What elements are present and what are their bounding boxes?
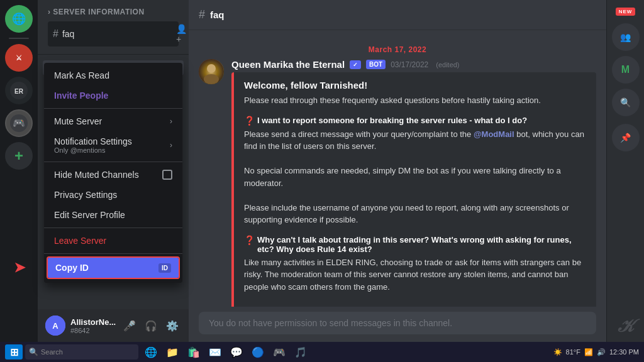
taskbar-app-mail[interactable]: ✉️ xyxy=(205,343,225,361)
right-icon-m[interactable]: M xyxy=(612,56,640,84)
menu-item-hide-muted-channels[interactable]: Hide Muted Channels xyxy=(44,165,182,185)
hide-muted-checkbox[interactable] xyxy=(162,170,172,180)
channel-name: faq xyxy=(210,9,225,20)
question-icon-1: ❓ xyxy=(244,116,255,126)
sound-icon: 🔊 xyxy=(597,348,606,356)
taskbar-app-folder[interactable]: 📁 xyxy=(162,343,182,361)
taskbar-apps: 🌐 📁 🛍️ ✉️ 💬 🔵 🎮 🎵 xyxy=(141,343,311,361)
menu-item-invite-people[interactable]: Invite People xyxy=(44,85,182,106)
right-sidebar: NEW 👥 M 🔍 📌 𝒦 xyxy=(606,0,644,342)
message-username: Queen Marika the Eternal xyxy=(231,59,345,70)
bot-badge: BOT xyxy=(366,60,386,69)
right-icon-3[interactable]: 📌 xyxy=(612,124,640,151)
sidebar-header: › SERVER INFORMATION # 👤+ xyxy=(38,0,189,55)
settings-button[interactable]: ⚙️ xyxy=(164,317,181,334)
server-divider-1 xyxy=(9,38,29,39)
svg-text:🎮: 🎮 xyxy=(13,117,25,129)
right-icon-2[interactable]: 🔍 xyxy=(612,89,640,116)
faq-q1-title: ❓ I want to report someone for breaking … xyxy=(244,116,586,126)
date-divider: March 17, 2022 xyxy=(199,40,596,59)
k-watermark: 𝒦 xyxy=(618,316,633,337)
id-badge: ID xyxy=(158,263,171,273)
clock: 12:30 PM xyxy=(609,348,639,356)
taskbar-search[interactable]: 🔍 Search xyxy=(25,344,138,359)
taskbar-app-discord[interactable]: 💬 xyxy=(226,343,247,361)
context-menu: Mark As Read Invite People Mute Server ›… xyxy=(44,63,182,283)
menu-item-copy-id[interactable]: Copy ID ID xyxy=(48,258,179,278)
message-edited: (edited) xyxy=(436,61,459,69)
start-button[interactable]: ⊞ xyxy=(5,344,23,359)
red-arrow: ➤ xyxy=(14,260,25,276)
message-timestamp: 03/17/2022 xyxy=(391,60,428,69)
add-member-icon[interactable]: 👤+ xyxy=(176,24,187,44)
svg-point-9 xyxy=(207,64,216,73)
chat-input-bar: You do not have permission to send messa… xyxy=(189,307,606,342)
new-badge: NEW xyxy=(616,8,636,16)
question-icon-2: ❓ xyxy=(244,235,255,245)
add-server-button[interactable]: + xyxy=(5,142,33,170)
message: Queen Marika the Eternal ✓ BOT 03/17/202… xyxy=(199,59,596,307)
message-header: Queen Marika the Eternal ✓ BOT 03/17/202… xyxy=(231,59,596,70)
server-icon-1[interactable]: 🌐 xyxy=(5,5,33,33)
user-tag: #8642 xyxy=(70,327,116,334)
modmail-mention: @ModMail xyxy=(474,129,514,139)
taskbar-app-ie[interactable]: 🌐 xyxy=(141,343,161,361)
username: AllistorNe... xyxy=(70,317,116,327)
faq-content-box: Welcome, fellow Tarnished! Please read t… xyxy=(231,72,596,307)
menu-separator-3 xyxy=(44,228,182,228)
faq-a1-text: Please send a direct message with your q… xyxy=(244,128,586,226)
user-area: A AllistorNe... #8642 🎤 🎧 ⚙️ xyxy=(38,309,189,342)
right-icon-1[interactable]: 👥 xyxy=(612,23,640,51)
server-icon-2[interactable]: ⚔ xyxy=(5,44,33,72)
menu-item-notification-settings[interactable]: Notification Settings Only @mentions › xyxy=(44,131,182,159)
menu-item-leave-server[interactable]: Leave Server xyxy=(44,231,182,251)
user-controls: 🎤 🎧 ⚙️ xyxy=(121,317,181,334)
mute-button[interactable]: 🎤 xyxy=(121,317,138,334)
taskbar-app-chrome[interactable]: 🔵 xyxy=(248,343,268,361)
weather-icon: ☀️ xyxy=(553,348,562,356)
server-icon-4[interactable]: 🎮 xyxy=(5,109,33,137)
network-icon: 📶 xyxy=(584,348,593,356)
svg-point-10 xyxy=(204,74,219,84)
menu-item-privacy-settings[interactable]: Privacy Settings xyxy=(44,185,182,205)
svg-text:A: A xyxy=(52,321,58,331)
faq-question-2: ❓ Why can't I talk about trading in this… xyxy=(244,235,586,307)
chevron-right-icon: › xyxy=(170,117,172,126)
faq-q2-title: ❓ Why can't I talk about trading in this… xyxy=(244,235,586,254)
search-bar[interactable]: # 👤+ xyxy=(48,21,179,47)
hash-icon: # xyxy=(53,28,58,40)
search-input[interactable] xyxy=(62,29,172,39)
chat-header: # faq xyxy=(189,0,606,30)
taskbar-app-game[interactable]: 🎮 xyxy=(269,343,289,361)
taskbar: ⊞ 🔍 Search 🌐 📁 🛍️ ✉️ 💬 🔵 🎮 🎵 ☀️ 81°F 📶 🔊… xyxy=(0,342,644,362)
sidebar: › SERVER INFORMATION # 👤+ # nd-n... # l-… xyxy=(38,0,189,342)
taskbar-system-icons: ☀️ 81°F 📶 🔊 12:30 PM xyxy=(553,348,639,356)
menu-separator-4 xyxy=(44,253,182,254)
avatar xyxy=(199,59,224,84)
menu-separator-1 xyxy=(44,108,182,109)
server-icon-3[interactable]: ER xyxy=(5,77,33,104)
menu-item-edit-server-profile[interactable]: Edit Server Profile xyxy=(44,205,182,225)
faq-welcome-title: Welcome, fellow Tarnished! xyxy=(244,80,586,90)
weather-temp: 81°F xyxy=(566,348,580,356)
chat-input-placeholder: You do not have permission to send messa… xyxy=(199,312,596,334)
faq-welcome-text: Please read through these frequently ask… xyxy=(244,94,586,107)
deafen-button[interactable]: 🎧 xyxy=(142,317,160,334)
faq-question-1: ❓ I want to report someone for breaking … xyxy=(244,116,586,226)
svg-text:ER: ER xyxy=(14,88,24,95)
main-chat: # faq March 17, 2022 Queen Marika the Et… xyxy=(189,0,606,342)
menu-item-mark-as-read[interactable]: Mark As Read xyxy=(44,65,182,85)
svg-text:⚔: ⚔ xyxy=(16,54,22,62)
chat-content: March 17, 2022 Queen Marika the Eternal … xyxy=(189,30,606,307)
verified-badge: ✓ xyxy=(350,60,361,69)
message-content: Queen Marika the Eternal ✓ BOT 03/17/202… xyxy=(231,59,596,307)
user-info: AllistorNe... #8642 xyxy=(70,317,116,334)
menu-item-mute-server[interactable]: Mute Server › xyxy=(44,111,182,131)
taskbar-app-music[interactable]: 🎵 xyxy=(291,343,311,361)
user-avatar: A xyxy=(45,315,65,336)
taskbar-app-store[interactable]: 🛍️ xyxy=(184,343,204,361)
server-icons-bar: 🌐 ⚔ ER 🎮 + xyxy=(0,0,38,342)
server-info-label: › SERVER INFORMATION xyxy=(48,8,179,16)
copy-id-wrapper: Copy ID ID ➤ xyxy=(47,256,180,279)
faq-a2-text: Like many activities in ELDEN RING, choo… xyxy=(244,256,586,307)
